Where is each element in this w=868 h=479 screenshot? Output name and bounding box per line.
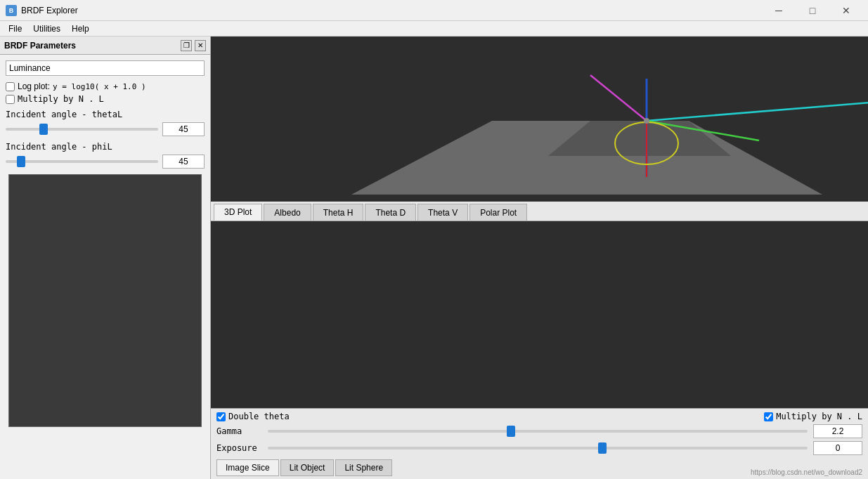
panel-restore-btn[interactable]: ❐ <box>181 40 192 51</box>
main-layout: BRDF Parameters ❐ ✕ Luminance R G B Log … <box>0 37 868 479</box>
exposure-label: Exposure <box>216 443 262 453</box>
theta-value-input[interactable] <box>162 122 205 136</box>
tabs-bar: 3D Plot Albedo Theta H Theta D Theta V P… <box>211 202 868 221</box>
menu-bar: File Utilities Help <box>0 21 868 37</box>
exposure-row: Exposure <box>216 441 862 455</box>
double-theta-label: Double theta <box>228 412 290 421</box>
log-plot-row: Log plot: y = log10( x + 1.0 ) <box>6 81 205 91</box>
gamma-slider-thumb[interactable] <box>507 426 515 437</box>
menu-utilities[interactable]: Utilities <box>27 22 66 35</box>
log-plot-formula: y = log10( x + 1.0 ) <box>53 82 145 91</box>
watermark-text: https://blog.csdn.net/wo_download2 <box>751 468 862 476</box>
bottom-multiply-nl-checkbox[interactable] <box>764 412 773 421</box>
gamma-value-input[interactable] <box>813 424 862 438</box>
theta-slider-track[interactable] <box>6 128 158 131</box>
scene-svg <box>211 37 868 202</box>
svg-point-9 <box>644 118 649 124</box>
gamma-slider-track[interactable] <box>268 430 808 433</box>
minimize-button[interactable]: ─ <box>763 0 795 21</box>
panel-title: BRDF Parameters <box>4 41 76 51</box>
tab-theta-d[interactable]: Theta D <box>365 204 416 221</box>
tab-theta-v[interactable]: Theta V <box>417 204 468 221</box>
phi-slider-track[interactable] <box>6 160 158 163</box>
luminance-dropdown-wrapper: Luminance R G B <box>6 60 205 76</box>
bottom-controls: Double theta Multiply by N . L Gamma Exp… <box>211 408 868 479</box>
phi-value-input[interactable] <box>162 155 205 169</box>
right-panel: 3D Plot Albedo Theta H Theta D Theta V P… <box>211 37 868 479</box>
multiply-nl-checkbox[interactable] <box>6 95 15 104</box>
menu-file[interactable]: File <box>3 22 27 35</box>
double-theta-checkbox[interactable] <box>216 412 226 421</box>
panel-title-bar: BRDF Parameters ❐ ✕ <box>0 37 210 55</box>
panel-controls: ❐ ✕ <box>181 40 206 51</box>
menu-help[interactable]: Help <box>66 22 95 35</box>
close-button[interactable]: ✕ <box>830 0 862 21</box>
tab-3d-plot[interactable]: 3D Plot <box>214 204 262 221</box>
tab-theta-h[interactable]: Theta H <box>313 204 364 221</box>
incident-theta-section: Incident angle - thetaL <box>6 110 205 136</box>
luminance-dropdown[interactable]: Luminance R G B <box>6 60 205 76</box>
left-plot-preview <box>8 174 202 427</box>
log-plot-label: Log plot: <box>18 81 50 91</box>
panel-content: Luminance R G B Log plot: y = log10( x +… <box>0 55 210 479</box>
maximize-button[interactable]: □ <box>796 0 829 21</box>
multiply-nl-row: Multiply by N . L <box>6 94 205 104</box>
image-tabs: Image Slice Lit Object Lit Sphere <box>216 459 392 476</box>
left-panel: BRDF Parameters ❐ ✕ Luminance R G B Log … <box>0 37 211 479</box>
viewport-3d <box>211 37 868 202</box>
incident-phi-row <box>6 155 205 169</box>
phi-slider-thumb[interactable] <box>17 156 25 167</box>
gamma-row: Gamma <box>216 424 862 438</box>
exposure-slider-track[interactable] <box>268 447 808 450</box>
bottom-multiply-nl-label: Multiply by N . L <box>776 412 862 421</box>
bottom-multiply-nl-row: Multiply by N . L <box>764 412 862 421</box>
tab-albedo[interactable]: Albedo <box>264 204 311 221</box>
exposure-slider-thumb[interactable] <box>598 442 607 454</box>
image-tab-lit-object[interactable]: Lit Object <box>280 459 335 476</box>
incident-phi-section: Incident angle - phiL <box>6 142 205 169</box>
tab-polar-plot[interactable]: Polar Plot <box>469 204 527 221</box>
panel-close-btn[interactable]: ✕ <box>195 40 206 51</box>
window-controls: ─ □ ✕ <box>763 0 862 21</box>
log-plot-checkbox[interactable] <box>6 82 15 91</box>
incident-theta-label: Incident angle - thetaL <box>6 110 205 119</box>
gamma-label: Gamma <box>216 426 262 436</box>
image-tab-slice[interactable]: Image Slice <box>216 459 279 476</box>
theta-slider-thumb[interactable] <box>39 124 48 135</box>
title-bar: B BRDF Explorer ─ □ ✕ <box>0 0 868 21</box>
app-icon: B <box>6 5 17 16</box>
exposure-value-input[interactable] <box>813 441 862 455</box>
app-title: BRDF Explorer <box>21 6 763 15</box>
incident-phi-label: Incident angle - phiL <box>6 142 205 152</box>
incident-theta-row <box>6 122 205 136</box>
multiply-nl-label: Multiply by N . L <box>18 94 104 104</box>
image-tab-lit-sphere[interactable]: Lit Sphere <box>335 459 392 476</box>
double-theta-row: Double theta <box>216 412 290 421</box>
main-plot-area <box>211 221 868 408</box>
